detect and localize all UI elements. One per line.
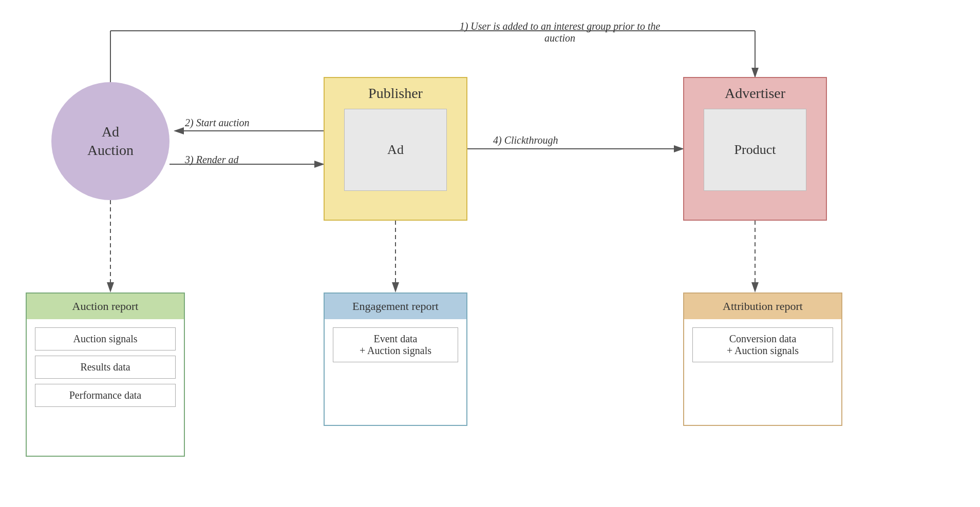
event-data-item: Event data + Auction signals: [333, 327, 458, 362]
ad-inner-box: Ad: [344, 109, 447, 191]
ad-auction-label: Ad: [102, 123, 119, 141]
product-inner-box: Product: [704, 109, 806, 191]
annotation-user-interest: 1) User is added to an interest group pr…: [447, 21, 673, 44]
attribution-report-box: Attribution report Conversion data + Auc…: [683, 292, 842, 426]
annotation-clickthrough: 4) Clickthrough: [493, 134, 558, 146]
advertiser-node: Advertiser Product: [683, 77, 827, 221]
performance-data-item: Performance data: [35, 384, 176, 407]
auction-report-title: Auction report: [27, 294, 184, 319]
publisher-node: Publisher Ad: [324, 77, 467, 221]
conversion-data-item: Conversion data + Auction signals: [692, 327, 833, 362]
attribution-report-body: Conversion data + Auction signals: [684, 319, 841, 425]
advertiser-title: Advertiser: [725, 85, 785, 102]
auction-report-body: Auction signals Results data Performance…: [27, 319, 184, 456]
ad-auction-label2: Auction: [87, 141, 134, 160]
engagement-report-body: Event data + Auction signals: [325, 319, 466, 425]
diagram-container: Ad Auction Publisher Ad Advertiser Produ…: [0, 0, 980, 507]
auction-signals-item: Auction signals: [35, 327, 176, 350]
ad-auction-node: Ad Auction: [51, 82, 169, 200]
auction-report-box: Auction report Auction signals Results d…: [26, 292, 185, 457]
annotation-start-auction: 2) Start auction: [185, 117, 250, 129]
product-inner-label: Product: [734, 142, 776, 158]
engagement-report-title: Engagement report: [325, 294, 466, 319]
attribution-report-title: Attribution report: [684, 294, 841, 319]
publisher-title: Publisher: [368, 85, 423, 102]
annotation-render-ad: 3) Render ad: [185, 154, 238, 166]
engagement-report-box: Engagement report Event data + Auction s…: [324, 292, 467, 426]
results-data-item: Results data: [35, 356, 176, 379]
ad-inner-label: Ad: [387, 142, 404, 158]
